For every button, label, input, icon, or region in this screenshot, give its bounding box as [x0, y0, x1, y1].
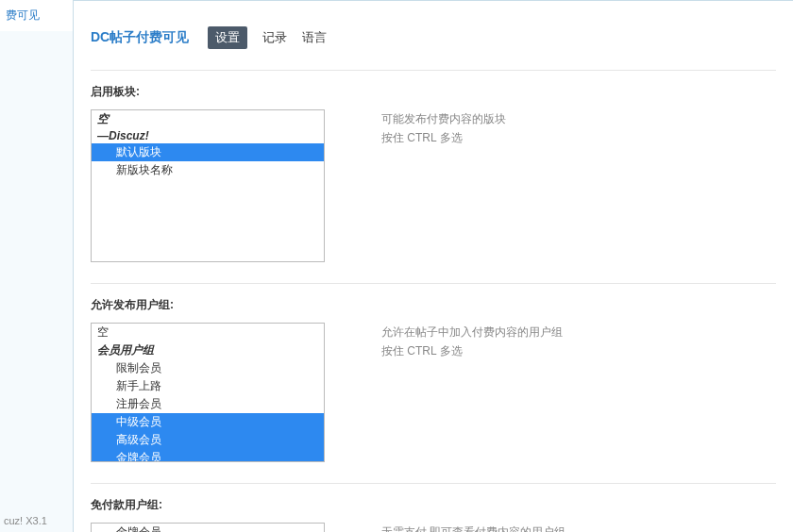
list-item[interactable]: 默认版块 [92, 143, 324, 161]
section-label: 允许发布用户组: [91, 297, 776, 313]
section-label: 启用板块: [91, 84, 776, 100]
list-item[interactable]: 空 [92, 110, 324, 128]
list-item[interactable]: 会员用户组 [92, 341, 324, 359]
list-item[interactable]: 空 [92, 324, 324, 341]
list-item[interactable]: 金牌会员 [92, 449, 324, 462]
section-enable-board: 启用板块: 空—Discuz!默认版块新版块名称 可能发布付费内容的版块 按住 … [91, 70, 776, 262]
page-header: DC帖子付费可见 设置 记录 语言 [91, 26, 776, 49]
list-item[interactable]: —Discuz! [92, 128, 324, 143]
section-exempt: 免付款用户组: 金牌会员论坛元老 无需支付,即可查看付费内容的用户组 [91, 483, 776, 532]
tab-settings[interactable]: 设置 [208, 26, 247, 49]
section-allow-publish: 允许发布用户组: 空会员用户组限制会员新手上路注册会员中级会员高级会员金牌会员论… [91, 283, 776, 462]
help-text: 允许在帖子中加入付费内容的用户组 按住 CTRL 多选 [381, 323, 563, 462]
section-label: 免付款用户组: [91, 497, 776, 513]
tab-language[interactable]: 语言 [302, 29, 327, 46]
list-item[interactable]: 金牌会员 [92, 524, 324, 532]
sidebar: 费可见 cuz! X3.1 [0, 0, 74, 532]
list-item[interactable]: 限制会员 [92, 359, 324, 377]
page-title: DC帖子付费可见 [91, 29, 189, 46]
list-item[interactable]: 新版块名称 [92, 161, 324, 179]
sidebar-item-pay-visible[interactable]: 费可见 [0, 0, 73, 31]
tab-records[interactable]: 记录 [262, 29, 287, 46]
list-item[interactable]: 注册会员 [92, 395, 324, 413]
list-item[interactable]: 高级会员 [92, 431, 324, 449]
board-listbox[interactable]: 空—Discuz!默认版块新版块名称 [91, 109, 325, 262]
main-content: DC帖子付费可见 设置 记录 语言 启用板块: 空—Discuz!默认版块新版块… [74, 0, 793, 532]
list-item[interactable]: 新手上路 [92, 377, 324, 395]
publish-listbox[interactable]: 空会员用户组限制会员新手上路注册会员中级会员高级会员金牌会员论坛元老自定义用户组… [91, 323, 325, 462]
list-item[interactable]: 中级会员 [92, 413, 324, 431]
help-text: 可能发布付费内容的版块 按住 CTRL 多选 [381, 109, 506, 262]
sidebar-footer: cuz! X3.1 [4, 515, 47, 526]
help-text: 无需支付,即可查看付费内容的用户组 [381, 523, 565, 532]
exempt-listbox[interactable]: 金牌会员论坛元老 [91, 523, 325, 532]
